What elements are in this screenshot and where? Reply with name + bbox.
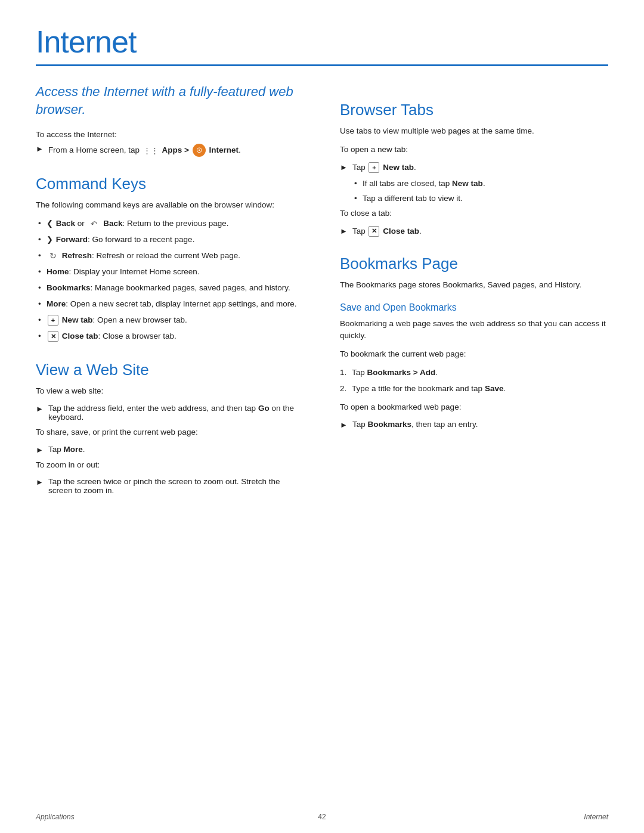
- right-column: Browser Tabs Use tabs to view multiple w…: [340, 83, 608, 500]
- list-item: If all tabs are closed, tap New tab.: [352, 178, 608, 190]
- apps-grid-icon: ⋮⋮: [143, 146, 159, 155]
- tap-new-tab-text: Tap + New tab.: [352, 162, 416, 173]
- command-keys-heading: Command Keys: [36, 175, 304, 193]
- step1-text: Tap Bookmarks > Add.: [352, 368, 438, 377]
- footer-center: 42: [318, 813, 326, 821]
- intro-from-home: From a Home screen, tap ⋮⋮ Apps > ☉ Inte…: [48, 144, 241, 157]
- to-share-label: To share, save, or print the current web…: [36, 426, 304, 439]
- new-tab-icon: +: [48, 315, 58, 326]
- list-item: ↻ Refresh: Refresh or reload the current…: [36, 250, 304, 262]
- page: Internet Access the Internet with a full…: [0, 0, 644, 833]
- arrow-icon: ►: [36, 445, 44, 454]
- page-title: Internet: [36, 24, 608, 60]
- zoom-text: Tap the screen twice or pinch the screen…: [48, 477, 304, 495]
- left-column: Access the Internet with a fully-feature…: [36, 83, 304, 500]
- list-item: ❮ Back or ↶ Back: Return to the previous…: [36, 218, 304, 230]
- to-close-tab-label: To close a tab:: [340, 208, 608, 220]
- arrow-icon: ►: [340, 420, 348, 429]
- intro-arrow-item: ► From a Home screen, tap ⋮⋮ Apps > ☉ In…: [36, 144, 304, 157]
- list-item: Tap a different tab to view it.: [352, 193, 608, 205]
- chevron-left-icon: ❮: [47, 219, 53, 228]
- list-item: ❯ Forward: Go forward to a recent page.: [36, 234, 304, 246]
- tap-more-item: ► Tap More.: [36, 445, 304, 454]
- footer-left: Applications: [36, 813, 75, 821]
- to-zoom-label: To zoom in or out:: [36, 459, 304, 472]
- browser-tabs-description: Use tabs to view multiple web pages at t…: [340, 125, 608, 138]
- browser-tabs-heading: Browser Tabs: [340, 101, 608, 119]
- list-item: 1. Tap Bookmarks > Add.: [340, 367, 608, 379]
- save-open-bookmarks-heading: Save and Open Bookmarks: [340, 302, 608, 313]
- arrow-icon: ►: [340, 227, 348, 236]
- view-web-site-heading: View a Web Site: [36, 361, 304, 379]
- command-keys-list: ❮ Back or ↶ Back: Return to the previous…: [36, 218, 304, 342]
- tap-new-tab-item: ► Tap + New tab.: [340, 162, 608, 173]
- footer-right: Internet: [584, 813, 608, 821]
- to-open-bookmarked-label: To open a bookmarked web page:: [340, 401, 608, 414]
- intro-tagline: Access the Internet with a fully-feature…: [36, 83, 304, 118]
- command-keys-description: The following command keys are available…: [36, 199, 304, 212]
- to-view-label: To view a web site:: [36, 385, 304, 398]
- bookmarks-page-heading: Bookmarks Page: [340, 255, 608, 273]
- to-bookmark-label: To bookmark the current web page:: [340, 348, 608, 361]
- list-item: Bookmarks: Manage bookmarked pages, save…: [36, 282, 304, 295]
- tap-close-tab-item: ► Tap ✕ Close tab.: [340, 226, 608, 237]
- refresh-icon: ↻: [48, 251, 58, 262]
- view-tap-address: ► Tap the address field, enter the web a…: [36, 404, 304, 422]
- tap-bookmarks-text: Tap Bookmarks, then tap an entry.: [352, 420, 478, 429]
- to-open-new-tab-label: To open a new tab:: [340, 144, 608, 156]
- list-item: Home: Display your Internet Home screen.: [36, 266, 304, 278]
- close-tab-box-icon: ✕: [369, 226, 379, 237]
- bookmarking-desc: Bookmarking a web page saves the web add…: [340, 318, 608, 343]
- internet-app-icon: ☉: [193, 144, 206, 157]
- tap-more-text: Tap More.: [48, 445, 85, 454]
- list-item: More: Open a new secret tab, display Int…: [36, 298, 304, 311]
- blue-divider: [36, 64, 608, 66]
- tap-close-tab-text: Tap ✕ Close tab.: [352, 226, 422, 237]
- zoom-item: ► Tap the screen twice or pinch the scre…: [36, 477, 304, 495]
- new-tab-box-icon: +: [369, 162, 379, 173]
- arrow-icon: ►: [36, 404, 44, 413]
- arrow-icon: ►: [36, 144, 44, 153]
- back-arrow-icon: ↶: [88, 219, 100, 229]
- arrow-icon: ►: [36, 478, 44, 487]
- tap-bookmarks-item: ► Tap Bookmarks, then tap an entry.: [340, 420, 608, 429]
- main-content: Access the Internet with a fully-feature…: [36, 83, 608, 500]
- list-item: 2. Type a title for the bookmark and tap…: [340, 383, 608, 395]
- intro-access-label: To access the Internet:: [36, 130, 304, 139]
- close-tab-icon: ✕: [48, 331, 58, 342]
- step2-text: Type a title for the bookmark and tap Sa…: [352, 384, 506, 393]
- new-tab-sub-list: If all tabs are closed, tap New tab. Tap…: [352, 178, 608, 205]
- bookmarks-description: The Bookmarks page stores Bookmarks, Sav…: [340, 279, 608, 292]
- list-item: ✕ Close tab: Close a browser tab.: [36, 330, 304, 343]
- chevron-right-icon: ❯: [47, 235, 53, 244]
- list-item: + New tab: Open a new browser tab.: [36, 314, 304, 327]
- arrow-icon: ►: [340, 163, 348, 172]
- bookmark-steps: 1. Tap Bookmarks > Add. 2. Type a title …: [340, 367, 608, 395]
- tap-address-text: Tap the address field, enter the web add…: [48, 404, 304, 422]
